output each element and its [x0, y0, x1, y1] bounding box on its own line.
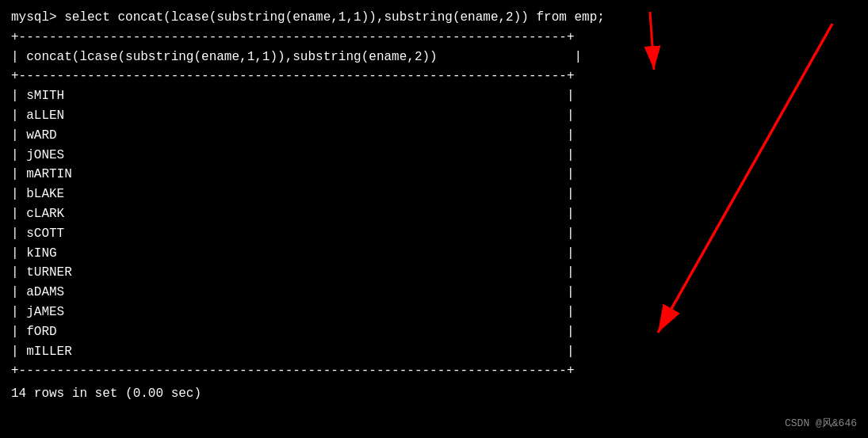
table-row: | jONES |	[11, 146, 857, 166]
table-row: | aDAMS |	[11, 283, 857, 303]
separator-top: +---------------------------------------…	[11, 28, 857, 48]
command-line: mysql> select concat(lcase(substring(ena…	[11, 8, 857, 28]
footer-line: 14 rows in set (0.00 sec)	[11, 384, 857, 404]
data-rows: | sMITH || aLLEN || wARD	[11, 86, 857, 361]
watermark: CSDN @风&646	[785, 416, 857, 430]
header-row: | concat(lcase(substring(ename,1,1)),sub…	[11, 48, 857, 67]
table-row: | kING |	[11, 244, 857, 264]
table-row: | mARTIN |	[11, 165, 857, 185]
table-row: | mILLER |	[11, 342, 857, 362]
table-row: | cLARK |	[11, 204, 857, 224]
table-row: | sMITH |	[11, 86, 857, 106]
separator-mid: +---------------------------------------…	[11, 67, 857, 86]
table-row: | sCOTT |	[11, 224, 857, 244]
separator-bottom: +---------------------------------------…	[11, 361, 857, 381]
table-row: | jAMES |	[11, 303, 857, 322]
table-row: | bLAKE |	[11, 185, 857, 204]
table-row: | fORD |	[11, 322, 857, 342]
table-row: | wARD |	[11, 126, 857, 146]
table-row: | tURNER |	[11, 263, 857, 283]
terminal-container: mysql> select concat(lcase(substring(ena…	[0, 0, 868, 412]
table-row: | aLLEN |	[11, 106, 857, 126]
